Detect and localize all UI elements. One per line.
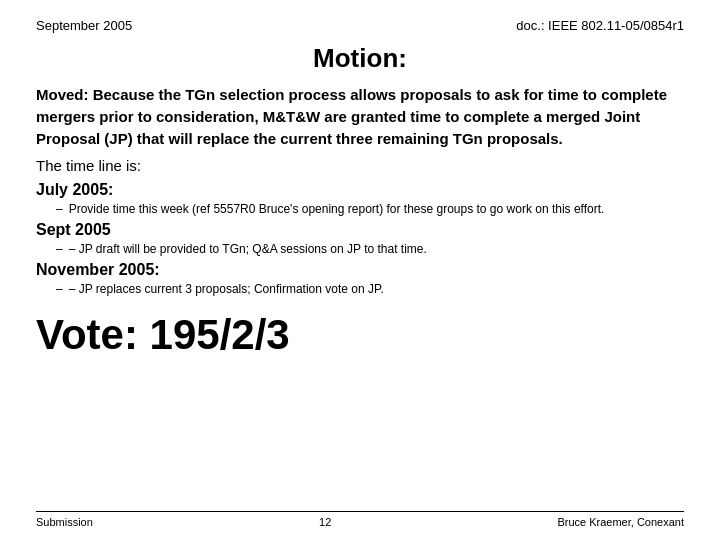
sept-heading: Sept 2005 (36, 221, 684, 239)
july-heading: July 2005: (36, 181, 684, 199)
motion-text: Moved: Because the TGn selection process… (36, 84, 684, 149)
nov-bullet: – – JP replaces current 3 proposals; Con… (56, 281, 684, 298)
bullet-dash-nov: – (56, 281, 63, 298)
footer-right: Bruce Kraemer, Conexant (557, 516, 684, 528)
nov-bullet-text: – JP replaces current 3 proposals; Confi… (69, 281, 384, 298)
sept-bullet: – – JP draft will be provided to TGn; Q&… (56, 241, 684, 258)
page-title: Motion: (36, 43, 684, 74)
july-bullet: – Provide time this week (ref 5557R0 Bru… (56, 201, 684, 218)
footer: Submission 12 Bruce Kraemer, Conexant (36, 511, 684, 528)
july-bullet-text: Provide time this week (ref 5557R0 Bruce… (69, 201, 605, 218)
timeline-intro: The time line is: (36, 155, 684, 177)
header: September 2005 doc.: IEEE 802.11-05/0854… (36, 18, 684, 33)
header-date: September 2005 (36, 18, 132, 33)
page: September 2005 doc.: IEEE 802.11-05/0854… (0, 0, 720, 540)
header-doc: doc.: IEEE 802.11-05/0854r1 (516, 18, 684, 33)
vote-text: Vote: 195/2/3 (36, 311, 684, 359)
bullet-dash-july: – (56, 201, 63, 218)
sept-bullet-text: – JP draft will be provided to TGn; Q&A … (69, 241, 427, 258)
bullet-dash-sept: – (56, 241, 63, 258)
nov-heading: November 2005: (36, 261, 684, 279)
footer-left: Submission (36, 516, 93, 528)
footer-center: 12 (319, 516, 331, 528)
